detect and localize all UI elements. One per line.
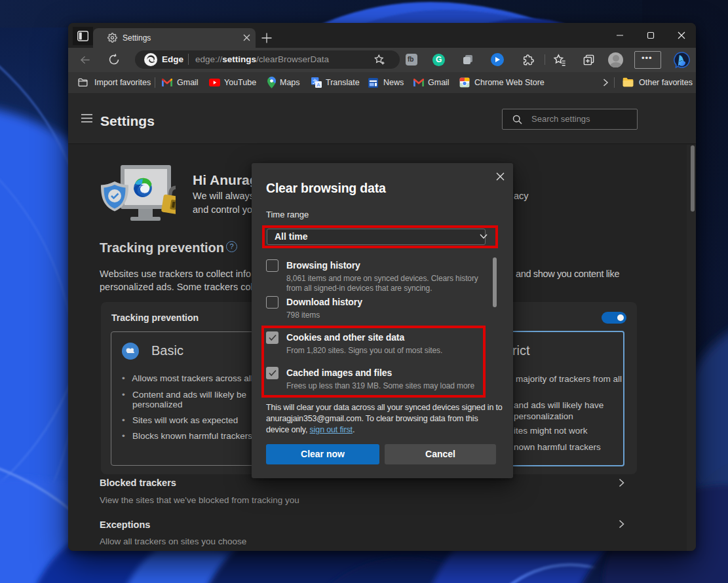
svg-text:A: A <box>316 82 320 88</box>
